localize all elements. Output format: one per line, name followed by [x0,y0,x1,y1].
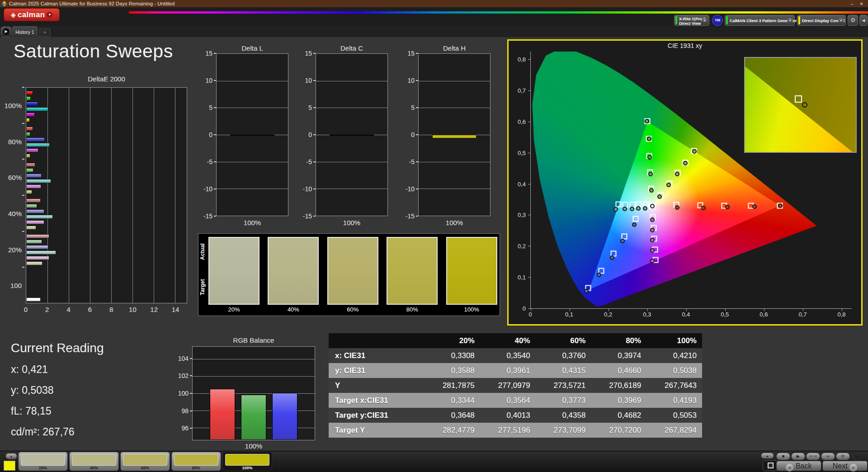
deltae-bar [26,256,49,260]
y-tick-label: -10 [303,185,312,193]
table-cell: 0,4660 [591,363,646,378]
tab-history-1[interactable]: History 1 [12,26,38,37]
gridline [217,162,288,162]
table-row: x: CIE310,33080,35400,37600,39740,4210 [329,348,702,363]
cie-measured-marker [620,239,625,243]
minimize-icon[interactable]: – [851,1,854,6]
delta-c-category: 100% [316,219,388,227]
tab-scroll-button[interactable]: ▶ [1,27,11,37]
saturation-swatch: 80% [387,237,438,316]
actual-row-label: Actual [199,250,206,260]
cie-measured-marker [657,194,662,199]
collapse-left-icon: ◀ [862,18,865,23]
display-control-selector[interactable]: Direct Display Control ▼ [797,15,846,26]
x-tick-label: 14 [172,306,179,313]
collapse-panel-button[interactable]: ◀ [859,15,868,26]
y-tick-label: 0 [411,131,415,138]
rgb-bar [210,389,235,440]
gridline [175,88,175,303]
y-tick-mark [528,308,531,309]
y-tick-label: -15 [406,212,415,220]
table-cell: 267,8294 [646,423,702,438]
expand-pattern-panel-button[interactable]: ▲ [5,453,17,459]
cie-measured-marker [675,172,679,176]
interval-measure-button[interactable]: ⊢⊣ [806,453,820,460]
y-tick-mark [22,195,24,196]
table-cell: 282,4779 [425,423,480,438]
play-measure-button[interactable]: ▶ [791,453,805,460]
next-label: Next [833,462,848,470]
reading-fl: fL: 78,15 [11,405,52,417]
continuous-measure-button[interactable]: ∞ [821,453,835,460]
y-tick-label: 0,8 [518,56,526,63]
deltae-bar [26,127,33,131]
gridline [47,88,48,303]
calman-window: Calman 2025 Calman Ultimate for Business… [0,0,868,472]
deltae-bar [26,198,41,203]
deltae-bar [26,148,38,152]
y-tick-label: 15 [205,50,212,57]
table-cell: 0,5053 [646,408,702,423]
thumbnail-swatch [123,454,167,466]
pattern-thumbnail[interactable]: 80% [171,452,221,471]
gridline [217,108,288,108]
y-tick-label: -10 [203,185,212,193]
y-tick-mark [22,123,24,124]
refresh-icon: ⟳ [841,454,845,458]
table-cell: 0,3961 [480,363,536,378]
x-tick-label: 12 [150,306,158,313]
gridline [217,189,288,189]
meter-708-badge[interactable]: 708 [712,15,723,26]
delta-bar [432,135,476,138]
deltae-chart-title: DeltaE 2000 [26,75,187,83]
cie-measured-marker [636,206,641,211]
cie-measured-marker [610,255,614,260]
cie-measured-marker [650,228,655,232]
y-tick-label: 5 [209,104,212,111]
bottom-bar: ▲ 20%40%60%80%100% ▲ ■ ▶ ⊢⊣ ∞ ⟳ « Back N… [0,451,868,472]
refresh-measure-button[interactable]: ⟳ [836,453,850,460]
table-row-label: Target Y [329,423,425,438]
y-tick-mark [528,184,531,184]
results-table: 20%40%60%80%100%x: CIE310,33080,35400,37… [329,333,702,438]
gridline [419,189,490,189]
cie-zoom-inset [744,57,857,153]
meter-selector[interactable]: X-Rite i1Pro 3 Direct View ▼ [674,15,709,26]
add-tab-button[interactable]: + [39,28,51,37]
rgb-ylabels: 1041021009896 [172,346,192,440]
display-status-stripe [798,16,800,24]
cie-inset-measured-marker [802,102,807,108]
cie-measured-marker [675,205,679,210]
table-header-cell: 40% [480,333,536,348]
table-row-label: Target x:CIE31 [329,393,425,408]
gear-icon: ⚙ [850,17,856,24]
settings-button[interactable]: ⚙ [848,15,858,26]
thumbnail-label: 100% [223,466,272,470]
cie-measured-marker [647,155,652,160]
reading-x: x: 0,421 [11,363,48,376]
rgb-balance-title: RGB Balance [192,336,315,344]
stop-pattern-button[interactable] [763,460,778,471]
table-header-cell: 100% [646,333,702,348]
pattern-thumbnail[interactable]: 60% [120,452,170,471]
stop-measure-button[interactable]: ■ [776,453,790,460]
table-header-cell: 60% [536,333,591,348]
deltae-bar [26,190,32,194]
pattern-generator-selector[interactable]: CalMAN Client 3 Pattern Generator ▼ [725,15,795,26]
pattern-thumbnail[interactable]: 100% [222,452,272,471]
y-tick-label: 20% [8,245,22,253]
table-cell: 0,3773 [536,393,591,408]
cie-measured-marker [632,222,637,227]
cie-measured-marker [597,273,601,277]
close-icon[interactable]: ✕ [860,1,863,6]
reading-y: y: 0,5038 [11,384,54,396]
cie-measured-marker [752,204,757,209]
calman-menu-button[interactable]: ◈ calman ▼ [4,8,60,21]
back-button[interactable]: « Back [776,461,821,471]
pattern-thumbnail[interactable]: 20% [18,452,68,471]
status-led [854,453,861,461]
cie-measured-marker [650,204,655,208]
expand-transport-button[interactable]: ▲ [761,453,774,459]
next-button[interactable]: Next » [822,461,868,471]
pattern-thumbnail[interactable]: 40% [69,452,119,471]
